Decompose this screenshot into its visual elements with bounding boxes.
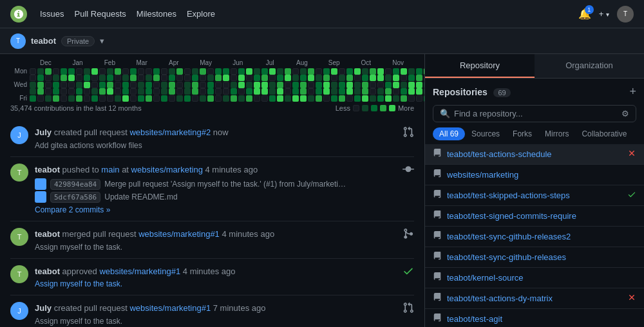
- contrib-cell: [339, 75, 345, 81]
- contrib-cell: [354, 68, 361, 75]
- contrib-cell: [207, 75, 214, 81]
- contrib-cell: [246, 68, 252, 75]
- activity-link[interactable]: websites/marketing#1: [99, 266, 180, 276]
- repo-icon: [433, 169, 442, 180]
- contrib-cell: [130, 75, 137, 81]
- contrib-cell: [146, 88, 152, 95]
- contrib-cell: [107, 82, 113, 88]
- contrib-cell: [292, 95, 299, 102]
- activity-actor[interactable]: teabot: [35, 229, 60, 239]
- repo-item[interactable]: teabot/test-actions-dy-matrix: [425, 288, 644, 309]
- site-logo[interactable]: [10, 6, 27, 23]
- repo-item[interactable]: teabot/test-agit: [425, 309, 644, 324]
- plus-menu[interactable]: + ▾: [599, 9, 609, 19]
- nav-links: Issues Pull Requests Milestones Explore: [40, 9, 215, 19]
- contrib-cell: [115, 88, 121, 95]
- contrib-cell: [339, 95, 345, 102]
- activity-actor[interactable]: July: [35, 127, 52, 137]
- contrib-cell: [84, 88, 90, 95]
- contrib-cell: [416, 68, 422, 75]
- nav-explore[interactable]: Explore: [187, 9, 215, 19]
- contrib-cell: [84, 95, 90, 102]
- contrib-row-4: Fri: [10, 95, 414, 102]
- contrib-cell: [215, 82, 222, 88]
- repo-filter-tab[interactable]: Sources: [465, 127, 506, 140]
- notification-icon[interactable]: 🔔 1: [578, 8, 591, 20]
- nav-milestones[interactable]: Milestones: [137, 9, 176, 19]
- contrib-cell: [408, 88, 415, 95]
- contrib-cell: [138, 95, 144, 102]
- contrib-cell: [207, 68, 214, 75]
- contrib-cell: [231, 88, 237, 95]
- repo-delete-icon[interactable]: [627, 293, 636, 304]
- contrib-cell: [254, 95, 260, 102]
- activity-actor[interactable]: July: [35, 303, 52, 313]
- activity-link[interactable]: websites/marketing: [131, 165, 203, 174]
- tab-repository[interactable]: Repository: [425, 54, 535, 78]
- contrib-cell: [215, 68, 222, 75]
- repo-name: teabot/test-sync-github-releases2: [447, 232, 636, 241]
- activity-link[interactable]: websites/marketing#2: [129, 127, 211, 137]
- contrib-cell: [393, 75, 399, 81]
- repo-filter-tab[interactable]: Forks: [506, 127, 538, 140]
- activity-link[interactable]: websites/marketing#1: [138, 229, 220, 239]
- repo-item[interactable]: teabot/test-sync-github-releases: [425, 247, 644, 268]
- activity-time: 7 minutes ago: [213, 303, 266, 313]
- repo-filter-tab[interactable]: Collaborative: [575, 127, 633, 140]
- contrib-cell: [408, 75, 415, 81]
- activity-feed: JJuly created pull request websites/mark…: [10, 120, 414, 327]
- contrib-cell: [323, 75, 330, 81]
- repo-item[interactable]: teabot/kernel-source: [425, 268, 644, 288]
- contrib-cell: [416, 95, 422, 102]
- contrib-cell: [238, 68, 245, 75]
- contrib-cell: [354, 82, 361, 88]
- repo-item[interactable]: websites/marketing: [425, 165, 644, 185]
- assign-link[interactable]: Assign myself to the task.: [35, 279, 396, 288]
- contrib-cell: [261, 95, 268, 102]
- repo-item[interactable]: teabot/test-sync-github-releases2: [425, 227, 644, 247]
- contrib-cell: [300, 75, 307, 81]
- activity-link[interactable]: websites/marketing#1: [129, 303, 211, 313]
- contrib-cell: [76, 68, 82, 75]
- commit-hash[interactable]: 5dcf67a586: [50, 192, 100, 203]
- contrib-cell: [377, 75, 384, 81]
- contrib-cell: [354, 88, 361, 95]
- contrib-cell: [169, 88, 175, 95]
- activity-actor[interactable]: teabot: [35, 165, 60, 174]
- repo-filter-tab[interactable]: Mirrors: [538, 127, 575, 140]
- nav-pull-requests[interactable]: Pull Requests: [75, 9, 126, 19]
- repo-delete-icon[interactable]: [627, 149, 636, 160]
- contrib-cell: [393, 88, 399, 95]
- contrib-cell: [254, 75, 260, 81]
- repo-name: teabot/test-agit: [447, 314, 636, 324]
- contrib-cell: [277, 82, 283, 88]
- activity-actor[interactable]: teabot: [35, 266, 60, 276]
- repo-item[interactable]: teabot/test-actions-schedule: [425, 144, 644, 165]
- search-icon: 🔍: [440, 109, 450, 118]
- activity-sub-text: Add gitea actions workflow files: [35, 141, 396, 150]
- repo-item[interactable]: teabot/test-skipped-actions-steps: [425, 185, 644, 206]
- contrib-cell: [231, 95, 237, 102]
- add-repo-button[interactable]: +: [629, 85, 636, 98]
- activity-avatar: T: [10, 228, 28, 246]
- activity-content: July created pull request websites/marke…: [35, 302, 396, 326]
- profile-dropdown[interactable]: ▾: [100, 36, 104, 46]
- contrib-cell: [362, 88, 368, 95]
- compare-link[interactable]: Compare 2 commits »: [35, 205, 110, 214]
- commit-hash[interactable]: 429894ea84: [50, 179, 100, 190]
- tab-organization[interactable]: Organization: [535, 54, 644, 78]
- contrib-cell: [207, 95, 214, 102]
- nav-issues[interactable]: Issues: [40, 9, 64, 19]
- repo-filter-tab[interactable]: All 69: [433, 127, 465, 140]
- contrib-cell: [223, 88, 229, 95]
- contrib-cell: [408, 68, 415, 75]
- contrib-cell: [401, 82, 407, 88]
- repo-icon: [433, 190, 442, 201]
- filter-icon[interactable]: ⚙: [621, 109, 629, 118]
- activity-branch[interactable]: main: [101, 165, 119, 174]
- repo-item[interactable]: teabot/test-signed-commits-require: [425, 206, 644, 227]
- user-avatar[interactable]: T: [617, 6, 634, 23]
- contrib-cell: [176, 95, 183, 102]
- contrib-cell: [331, 75, 337, 81]
- repo-search-input[interactable]: [454, 109, 618, 118]
